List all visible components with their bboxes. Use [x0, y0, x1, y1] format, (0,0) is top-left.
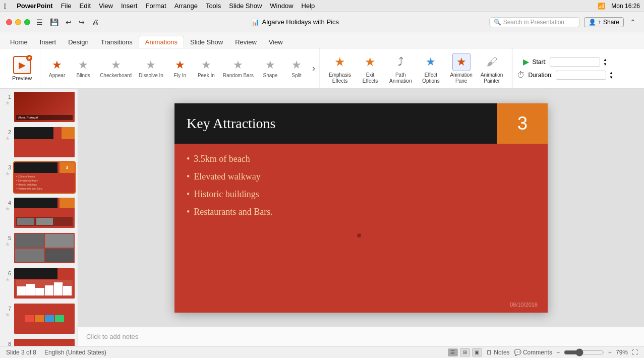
- slide-thumb-2[interactable]: 2 ★: [2, 126, 76, 158]
- effect-options-button[interactable]: ★ EffectOptions: [417, 51, 445, 86]
- tab-insert[interactable]: Insert: [34, 36, 63, 48]
- anim-checkerboard[interactable]: ★ Checkerboard: [97, 56, 135, 80]
- plus-zoom-button[interactable]: +: [608, 349, 612, 356]
- slide-img-1[interactable]: Alvor, Portugal: [14, 92, 75, 122]
- print-button[interactable]: 🖨: [90, 17, 101, 27]
- tab-animations[interactable]: Animations: [139, 36, 184, 48]
- anim-split[interactable]: ★ Split: [284, 56, 309, 80]
- more-animations-button[interactable]: ›: [310, 63, 317, 74]
- slide-title: Key Attractions: [187, 115, 276, 132]
- maximize-button[interactable]: [24, 19, 30, 25]
- animation-pane-button[interactable]: ★ AnimationPane: [447, 51, 475, 86]
- comments-status-button[interactable]: 💬 Comments: [514, 349, 552, 356]
- anim-blinds[interactable]: ★ Blinds: [71, 56, 96, 80]
- grid-view-button[interactable]: ⊞: [460, 348, 470, 356]
- save-button[interactable]: 💾: [48, 17, 61, 27]
- animation-painter-button[interactable]: 🖌 AnimationPainter: [478, 51, 506, 86]
- bullet-marker-3: •: [187, 189, 190, 200]
- tab-home[interactable]: Home: [4, 36, 34, 48]
- menu-edit[interactable]: Edit: [80, 2, 91, 10]
- menu-arrange[interactable]: Arrange: [174, 2, 198, 10]
- checkerboard-label: Checkerboard: [100, 73, 132, 78]
- menu-file[interactable]: File: [61, 2, 72, 10]
- slide-thumb-3[interactable]: 3 ★ 3 • 3.5km of beach• Elevated walkway…: [2, 161, 76, 194]
- fit-slide-button[interactable]: ⛶: [632, 349, 638, 356]
- slide-img-3[interactable]: 3 • 3.5km of beach• Elevated walkway• Hi…: [14, 162, 75, 193]
- tab-design[interactable]: Design: [62, 36, 94, 48]
- canvas-area: Key Attractions 3 • 3.5km of beach • Ele…: [78, 89, 644, 327]
- slide-num-3: 3: [4, 164, 11, 170]
- minus-zoom-button[interactable]: −: [556, 349, 560, 356]
- slide-img-5[interactable]: [14, 233, 75, 263]
- ribbon-tabs: Home Insert Design Transitions Animation…: [0, 32, 644, 48]
- presentation-title: Algarve Holidays with Pics: [262, 18, 339, 26]
- undo-button[interactable]: ↩: [64, 17, 74, 27]
- normal-view-button[interactable]: ☰: [448, 348, 458, 356]
- slide-thumb-5[interactable]: 5 ★: [2, 232, 76, 264]
- anim-randombars[interactable]: ★ Random Bars: [220, 56, 257, 80]
- notes-status-button[interactable]: 🗒 Notes: [486, 349, 510, 356]
- tab-view[interactable]: View: [263, 36, 289, 48]
- menu-window[interactable]: Window: [270, 2, 293, 10]
- slide-img-8[interactable]: END: [14, 339, 75, 346]
- effect-options-icon: ★: [422, 53, 440, 71]
- menu-view[interactable]: View: [99, 2, 113, 10]
- bullet-marker-2: •: [187, 171, 190, 182]
- preview-button[interactable]: ▶ ★ Preview: [8, 54, 36, 83]
- duration-label: Duration:: [528, 72, 553, 79]
- exit-effects-button[interactable]: ★ ExitEffects: [356, 51, 384, 86]
- emphasis-icon: ★: [331, 53, 349, 71]
- emphasis-effects-button[interactable]: ★ EmphasisEffects: [326, 51, 354, 86]
- view-buttons: ☰ ⊞ ▣: [448, 348, 482, 356]
- anim-peekin[interactable]: ★ Peek In: [194, 56, 219, 80]
- start-input[interactable]: [550, 57, 600, 67]
- menu-insert[interactable]: Insert: [121, 2, 138, 10]
- randombars-label: Random Bars: [223, 73, 254, 78]
- shape-label: Shape: [263, 73, 278, 78]
- anim-appear[interactable]: ★ Appear: [44, 56, 70, 80]
- slide-thumb-7[interactable]: 7 ★: [2, 303, 76, 335]
- slide-bullets: • 3.5km of beach • Elevated walkway • Hi…: [187, 154, 273, 224]
- anim-dissolvein[interactable]: ★ Dissolve In: [136, 56, 166, 80]
- slide-img-6[interactable]: [14, 268, 75, 299]
- anim-shape[interactable]: ★ Shape: [258, 56, 283, 80]
- bullet-4: • Restaurants and Bars.: [187, 207, 273, 217]
- search-bar[interactable]: 🔍 Search in Presentation: [489, 17, 580, 27]
- minimize-button[interactable]: [15, 19, 21, 25]
- slide-img-7[interactable]: [14, 304, 75, 334]
- tab-review[interactable]: Review: [229, 36, 263, 48]
- menu-tools[interactable]: Tools: [206, 2, 221, 10]
- duration-stepper[interactable]: ▲▼: [609, 71, 613, 80]
- slideshow-view-button[interactable]: ▣: [472, 348, 482, 356]
- start-stepper[interactable]: ▲▼: [603, 57, 607, 67]
- slide-thumb-4[interactable]: 4 ★: [2, 197, 76, 229]
- slide-info: Slide 3 of 8: [6, 349, 36, 356]
- menu-format[interactable]: Format: [145, 2, 166, 10]
- slide-img-4[interactable]: [14, 198, 75, 228]
- share-button[interactable]: 👤 + Share: [584, 17, 624, 27]
- slide-main[interactable]: Key Attractions 3 • 3.5km of beach • Ele…: [174, 103, 548, 313]
- sidebar-toggle-button[interactable]: ☰: [34, 17, 45, 27]
- collapse-button[interactable]: ⌃: [628, 17, 638, 27]
- tab-transitions[interactable]: Transitions: [95, 36, 139, 48]
- search-icon: 🔍: [494, 19, 501, 26]
- slide-thumb-6[interactable]: 6 ★: [2, 267, 76, 300]
- zoom-slider[interactable]: [564, 348, 604, 356]
- slide-img-2[interactable]: [14, 127, 75, 157]
- duration-input[interactable]: [556, 71, 606, 80]
- menu-slideshow[interactable]: Slide Show: [229, 2, 262, 10]
- bullet-3: • Historic buildings: [187, 189, 273, 200]
- slide-thumb-1[interactable]: 1 ★ Alvor, Portugal: [2, 91, 76, 123]
- slide-thumb-8[interactable]: 8 ★ END: [2, 338, 76, 346]
- close-button[interactable]: [6, 19, 12, 25]
- share-icon: 👤: [589, 19, 596, 26]
- redo-button[interactable]: ↪: [77, 17, 87, 27]
- menu-help[interactable]: Help: [302, 2, 315, 10]
- menu-bar:  PowerPoint File Edit View Insert Forma…: [0, 0, 644, 12]
- path-animation-button[interactable]: ⤴ PathAnimation: [386, 51, 415, 86]
- notes-area[interactable]: Click to add notes: [78, 327, 644, 346]
- slide-fav-7: ★: [5, 312, 10, 318]
- tab-slideshow[interactable]: Slide Show: [184, 36, 229, 48]
- anim-flyin[interactable]: ★ Fly In: [167, 56, 193, 80]
- animation-pane-label: AnimationPane: [450, 72, 472, 84]
